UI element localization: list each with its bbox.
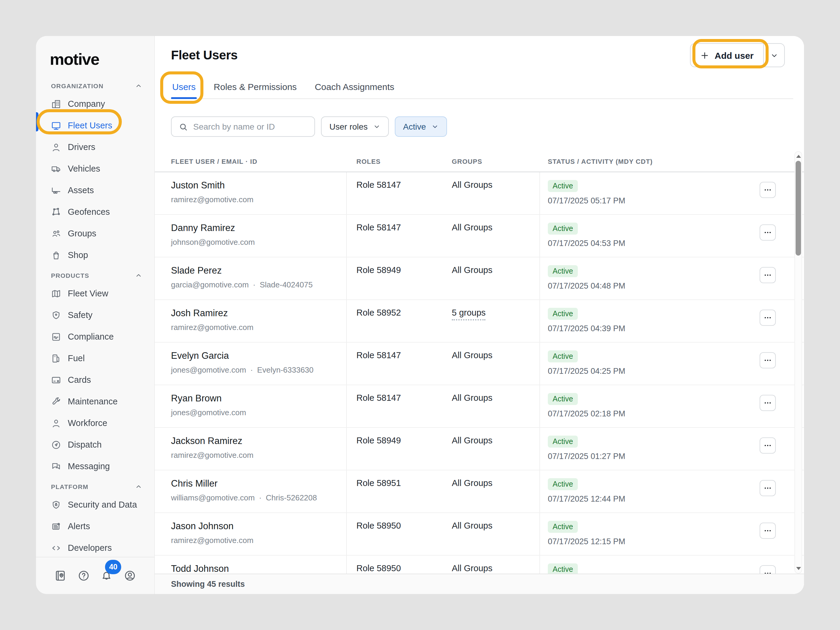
sidebar-item[interactable]: Developers — [36, 537, 154, 557]
table-row[interactable]: Jackson Ramirez ramirez@gomotive.com · R… — [155, 428, 804, 471]
sidebar-item[interactable]: Cards — [36, 369, 154, 391]
more-actions-button[interactable] — [759, 224, 776, 241]
groups-value[interactable]: All Groups — [452, 436, 492, 445]
sidebar-item-label: Security and Data — [68, 500, 137, 509]
table-row[interactable]: Ryan Brown jones@gomotive.com · Role 581… — [155, 385, 804, 428]
sidebar-section-header-platform[interactable]: PLATFORM — [36, 477, 154, 494]
groups-value[interactable]: 5 groups — [452, 308, 486, 321]
scrollbar-up-arrow[interactable] — [796, 155, 801, 158]
status-badge: Active — [548, 223, 578, 235]
sidebar-item[interactable]: Company — [36, 93, 154, 115]
more-actions-button[interactable] — [759, 182, 776, 198]
security-icon — [51, 499, 61, 510]
more-actions-button[interactable] — [759, 565, 776, 574]
role-value: Role 58147 — [357, 393, 401, 403]
sidebar-item[interactable]: Maintenance — [36, 391, 154, 412]
chevron-down-icon — [770, 51, 778, 59]
sidebar-item[interactable]: Messaging — [36, 455, 154, 477]
motive-logo: motive — [50, 51, 154, 69]
table-row[interactable]: Juston Smith ramirez@gomotive.com · Role… — [155, 172, 804, 215]
sidebar-item[interactable]: Security and Data — [36, 494, 154, 515]
add-user-dropdown-button[interactable] — [763, 43, 785, 67]
sidebar-section-header-products[interactable]: PRODUCTS — [36, 266, 154, 283]
sidebar-item[interactable]: Fleet View — [36, 283, 154, 304]
groups-value[interactable]: All Groups — [452, 478, 492, 488]
sidebar-item-label: Messaging — [68, 461, 110, 471]
sidebar-item[interactable]: Drivers — [36, 136, 154, 158]
user-email: jones@gomotive.com — [171, 408, 246, 417]
table-row[interactable]: Josh Ramirez ramirez@gomotive.com · Role… — [155, 300, 804, 343]
scrollbar[interactable] — [794, 151, 802, 573]
sidebar-item[interactable]: Compliance — [36, 326, 154, 347]
section-label: PLATFORM — [51, 483, 88, 490]
more-actions-button[interactable] — [759, 352, 776, 368]
sidebar-item[interactable]: Workforce — [36, 412, 154, 434]
table-row[interactable]: Slade Perez garcia@gomotive.com · Slade-… — [155, 257, 804, 300]
groups-icon — [51, 228, 61, 238]
sidebar-item-label: Assets — [68, 185, 94, 195]
search-input[interactable] — [193, 122, 307, 131]
sidebar-section-header-organization[interactable]: ORGANIZATION — [36, 76, 154, 93]
table-row[interactable]: Danny Ramirez johnson@gomotive.com · Rol… — [155, 215, 804, 257]
user-name: Danny Ramirez — [171, 223, 340, 234]
scrollbar-down-arrow[interactable] — [796, 567, 801, 570]
sidebar-item[interactable]: Safety — [36, 304, 154, 326]
groups-value[interactable]: All Groups — [452, 265, 492, 275]
activity-timestamp: 07/17/2025 01:27 PM — [548, 452, 625, 461]
more-actions-button[interactable] — [759, 395, 776, 411]
sidebar-section-organization: ORGANIZATION Company — [36, 76, 154, 266]
filter-bar: User roles Active — [171, 117, 793, 137]
sidebar-item[interactable]: Shop — [36, 244, 154, 266]
sidebar-item[interactable]: Dispatch — [36, 434, 154, 455]
sidebar-item[interactable]: Assets — [36, 179, 154, 201]
groups-value[interactable]: All Groups — [452, 180, 492, 189]
sidebar-item[interactable]: Fleet Users — [36, 115, 154, 136]
table-row[interactable]: Chris Miller williams@gomotive.com · Chr… — [155, 471, 804, 513]
tab[interactable]: Users — [171, 73, 197, 98]
tab[interactable]: Roles & Permissions — [212, 73, 298, 98]
more-actions-button[interactable] — [759, 523, 776, 539]
role-value: Role 58147 — [357, 180, 401, 189]
groups-value[interactable]: All Groups — [452, 351, 492, 360]
activity-timestamp: 07/17/2025 12:15 PM — [548, 537, 625, 546]
add-user-button[interactable]: Add user — [690, 43, 764, 67]
role-value: Role 58949 — [357, 265, 401, 275]
fleet-users-icon — [51, 120, 61, 131]
developers-icon — [51, 543, 61, 553]
groups-value[interactable]: All Groups — [452, 564, 492, 573]
scrollbar-thumb[interactable] — [796, 161, 801, 256]
shop-icon — [51, 250, 61, 260]
sidebar-item[interactable]: Alerts — [36, 515, 154, 537]
chevron-up-icon[interactable] — [135, 483, 142, 490]
user-email: williams@gomotive.com — [171, 493, 255, 502]
table-body: Juston Smith ramirez@gomotive.com · Role… — [155, 172, 804, 574]
table-row[interactable]: Evelyn Garcia jones@gomotive.com · Evely… — [155, 343, 804, 385]
status-badge: Active — [548, 265, 578, 277]
role-value: Role 58949 — [357, 436, 401, 445]
groups-value[interactable]: All Groups — [452, 521, 492, 531]
more-actions-button[interactable] — [759, 309, 776, 326]
user-roles-dropdown[interactable]: User roles — [321, 117, 389, 137]
messaging-icon — [51, 461, 61, 471]
workforce-icon — [51, 418, 61, 428]
more-actions-button[interactable] — [759, 480, 776, 496]
tab[interactable]: Coach Assignments — [314, 73, 395, 98]
status-filter-dropdown[interactable]: Active — [395, 117, 447, 137]
table-row[interactable]: Jason Johnson ramirez@gomotive.com · Rol… — [155, 513, 804, 556]
more-actions-button[interactable] — [759, 437, 776, 453]
groups-value[interactable]: All Groups — [452, 223, 492, 232]
id-separator: · — [250, 365, 253, 374]
page: motive ORGANIZATION Company — [0, 0, 840, 630]
more-actions-button[interactable] — [759, 267, 776, 283]
table-row[interactable]: Todd Johnson · Role 58950 All Groups — [155, 556, 804, 574]
sidebar-item[interactable]: Vehicles — [36, 158, 154, 179]
status-badge: Active — [548, 308, 578, 320]
sidebar-item[interactable]: Geofences — [36, 201, 154, 223]
user-email: jones@gomotive.com — [171, 365, 246, 374]
chevron-up-icon[interactable] — [135, 82, 142, 89]
sidebar-item[interactable]: Fuel — [36, 347, 154, 369]
chevron-up-icon[interactable] — [135, 272, 142, 279]
groups-value[interactable]: All Groups — [452, 393, 492, 403]
section-label: PRODUCTS — [51, 272, 89, 279]
sidebar-item[interactable]: Groups — [36, 223, 154, 244]
